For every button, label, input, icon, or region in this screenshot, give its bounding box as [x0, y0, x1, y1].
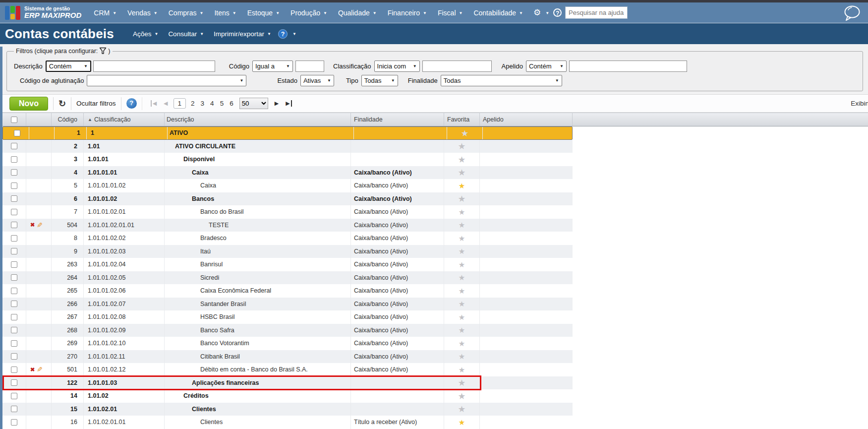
table-row[interactable]: 11ATIVO★	[2, 126, 573, 140]
row-checkbox[interactable]	[11, 183, 17, 189]
menu-crm[interactable]: CRM▼	[88, 9, 122, 17]
filter-finalidade-select[interactable]: Todas▼	[441, 75, 562, 86]
page-size-select[interactable]: 50	[239, 98, 268, 109]
menu-contabilidade[interactable]: Contabilidade▼	[468, 9, 528, 17]
filter-codigo-operator-select[interactable]: Igual a▼	[252, 61, 293, 72]
table-row[interactable]: 2701.01.01.02.11Citibank BrasilCaixa/ban…	[2, 350, 573, 364]
favorite-star-icon[interactable]: ★	[459, 326, 465, 334]
table-row[interactable]: 2651.01.01.02.06Caixa Econômica FederalC…	[2, 284, 573, 298]
filter-classificacao-operator-select[interactable]: Inicia com▼	[374, 61, 420, 72]
page-help-caret[interactable]: ▼	[288, 32, 301, 36]
row-checkbox[interactable]	[11, 301, 17, 307]
filter-apelido-operator-select[interactable]: Contém▼	[526, 61, 567, 72]
page-menu-a-es[interactable]: Ações▼	[128, 30, 163, 38]
table-row[interactable]: 2631.01.01.02.04BanrisulCaixa/banco (Ati…	[2, 258, 573, 271]
menu-qualidade[interactable]: Qualidade▼	[333, 9, 382, 17]
favorite-star-icon[interactable]: ★	[459, 392, 465, 400]
filter-classificacao-input[interactable]	[422, 61, 492, 72]
pager-page-3[interactable]: 3	[201, 100, 205, 107]
row-checkbox[interactable]	[11, 156, 17, 163]
page-menu-imprimir-exportar[interactable]: Imprimir/exportar▼	[209, 30, 276, 38]
favorite-star-icon[interactable]: ★	[459, 261, 465, 268]
menu-itens[interactable]: Itens▼	[209, 9, 241, 17]
header-apelido[interactable]: Apelido	[480, 113, 573, 126]
row-checkbox[interactable]	[11, 248, 17, 254]
menu-produção[interactable]: Produção▼	[285, 9, 333, 17]
menu-financeiro[interactable]: Financeiro▼	[382, 9, 432, 17]
table-row[interactable]: 31.01.01Disponível★	[2, 153, 573, 166]
row-checkbox[interactable]	[11, 169, 17, 176]
favorite-star-icon[interactable]: ★	[462, 129, 468, 137]
table-row[interactable]: 81.01.01.02.02BradescoCaixa/banco (Ativo…	[2, 232, 573, 245]
hide-filters-button[interactable]: Ocultar filtros	[76, 100, 116, 107]
filter-apelido-input[interactable]	[569, 61, 687, 72]
row-checkbox[interactable]	[11, 327, 17, 333]
row-checkbox[interactable]	[11, 143, 17, 149]
header-classificacao[interactable]: ▲ Classificação	[84, 113, 165, 126]
pager-page-2[interactable]: 2	[191, 100, 195, 107]
pager-first-icon[interactable]: ◀	[151, 100, 157, 107]
header-descricao[interactable]: Descrição	[165, 113, 351, 126]
page-menu-consultar[interactable]: Consultar▼	[163, 30, 209, 38]
favorite-star-icon[interactable]: ★	[459, 182, 465, 189]
row-checkbox[interactable]	[11, 340, 17, 347]
favorite-star-icon[interactable]: ★	[459, 300, 465, 307]
table-row[interactable]: 2691.01.01.02.10Banco VotorantimCaixa/ba…	[2, 337, 573, 350]
pager-page-4[interactable]: 4	[210, 100, 214, 107]
row-checkbox[interactable]	[11, 261, 17, 268]
help-search-input[interactable]	[565, 6, 628, 19]
filter-aglutinacao-select[interactable]: ▼	[87, 75, 246, 86]
filter-estado-select[interactable]: Ativas▼	[300, 75, 334, 86]
table-row[interactable]: 41.01.01.01CaixaCaixa/banco (Ativo)★	[2, 166, 573, 180]
gear-icon[interactable]: ⚙	[528, 7, 542, 18]
table-row[interactable]: 71.01.01.02.01Banco do BrasilCaixa/banco…	[2, 205, 573, 219]
select-all-checkbox[interactable]	[11, 117, 17, 123]
favorite-star-icon[interactable]: ★	[459, 366, 465, 373]
edit-pencil-icon[interactable]: ✎	[37, 366, 43, 373]
menu-compras[interactable]: Compras▼	[163, 9, 209, 17]
favorite-star-icon[interactable]: ★	[459, 287, 465, 295]
table-row[interactable]: 2671.01.01.02.08HSBC BrasilCaixa/banco (…	[2, 310, 573, 324]
table-row[interactable]: 2641.01.01.02.05SicrediCaixa/banco (Ativ…	[2, 271, 573, 285]
header-favorita[interactable]: Favorita	[444, 113, 480, 126]
favorite-star-icon[interactable]: ★	[459, 208, 465, 216]
pager-prev-icon[interactable]: ◀	[164, 100, 168, 107]
favorite-star-icon[interactable]: ★	[459, 247, 465, 255]
row-checkbox[interactable]	[11, 274, 17, 281]
table-row[interactable]: ✖✎5011.01.01.02.12Débito em conta - Banc…	[2, 363, 573, 376]
delete-icon[interactable]: ✖	[30, 367, 35, 373]
row-checkbox[interactable]	[11, 209, 17, 215]
pager-last-icon[interactable]: ▶	[286, 100, 291, 107]
row-checkbox[interactable]	[11, 314, 17, 320]
pager-page-5[interactable]: 5	[220, 100, 224, 107]
table-row[interactable]: 21.01ATIVO CIRCULANTE★	[2, 140, 573, 153]
filter-tipo-select[interactable]: Todas▼	[361, 75, 398, 86]
pager-next-icon[interactable]: ▶	[275, 100, 279, 107]
header-finalidade[interactable]: Finalidade	[351, 113, 444, 126]
delete-icon[interactable]: ✖	[30, 222, 35, 228]
row-checkbox[interactable]	[11, 393, 17, 399]
row-checkbox[interactable]	[11, 406, 17, 412]
page-help-icon[interactable]: ?	[278, 29, 288, 39]
filters-legend[interactable]: Filtros (clique para configurar: )	[14, 47, 113, 56]
row-checkbox[interactable]	[11, 235, 17, 242]
favorite-star-icon[interactable]: ★	[459, 405, 465, 413]
row-checkbox[interactable]	[11, 367, 17, 373]
table-row[interactable]: 2661.01.01.02.07Santander BrasilCaixa/ba…	[2, 298, 573, 311]
table-row[interactable]: 141.01.02Créditos★	[2, 389, 573, 403]
favorite-star-icon[interactable]: ★	[459, 235, 465, 242]
table-row[interactable]: 51.01.01.01.02CaixaCaixa/banco (Ativo)★	[2, 179, 573, 192]
table-row[interactable]: 161.01.02.01.01ClientesTítulo a receber …	[2, 416, 573, 429]
row-checkbox[interactable]	[11, 419, 17, 426]
favorite-star-icon[interactable]: ★	[459, 313, 465, 321]
table-row[interactable]: 151.01.02.01Clientes★	[2, 403, 573, 416]
favorite-star-icon[interactable]: ★	[459, 353, 465, 360]
favorite-star-icon[interactable]: ★	[459, 419, 465, 426]
table-row[interactable]: 61.01.01.02BancosCaixa/banco (Ativo)★	[2, 192, 573, 206]
gear-dropdown-caret[interactable]: ▼	[545, 11, 549, 15]
row-checkbox[interactable]	[11, 222, 17, 228]
table-row[interactable]: 2681.01.01.02.09Banco SafraCaixa/banco (…	[2, 324, 573, 337]
favorite-star-icon[interactable]: ★	[459, 274, 465, 281]
favorite-star-icon[interactable]: ★	[459, 195, 465, 202]
table-row[interactable]: ✖✎5041.01.01.02.01.01TESTECaixa/banco (A…	[2, 219, 573, 232]
